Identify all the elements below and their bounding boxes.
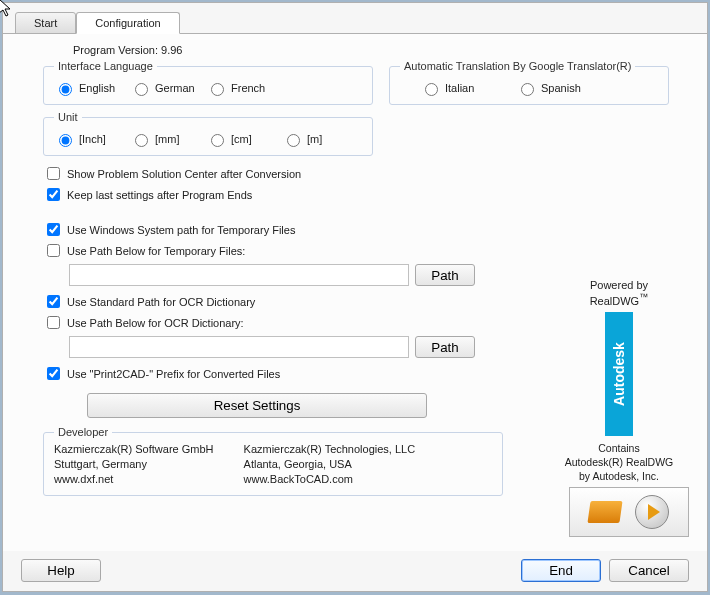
radio-spanish[interactable]: Spanish xyxy=(516,80,586,96)
film-icon xyxy=(589,497,625,527)
legend-developer: Developer xyxy=(54,426,112,438)
reset-settings-button[interactable]: Reset Settings xyxy=(87,393,427,418)
radio-inch[interactable]: [Inch] xyxy=(54,131,124,147)
powered-by-panel: Powered by RealDWG™ Autodesk Contains Au… xyxy=(549,278,689,483)
group-unit: Unit [Inch] [mm] [cm] [m] xyxy=(43,111,373,156)
radio-cm[interactable]: [cm] xyxy=(206,131,276,147)
temp-path-browse-button[interactable]: Path xyxy=(415,264,475,286)
ocr-path-input[interactable] xyxy=(69,336,409,358)
tab-configuration[interactable]: Configuration xyxy=(76,12,179,34)
check-keep-last-settings[interactable]: Keep last settings after Program Ends xyxy=(43,185,687,204)
legend-interface-language: Interface Language xyxy=(54,60,157,72)
radio-italian[interactable]: Italian xyxy=(420,80,510,96)
group-auto-translation: Automatic Translation By Google Translat… xyxy=(389,60,669,105)
developer-col-1: Kazmierczak(R) Software GmbH Stuttgart, … xyxy=(54,442,214,487)
check-show-problem-center[interactable]: Show Problem Solution Center after Conve… xyxy=(43,164,687,183)
check-use-below-temp-path[interactable]: Use Path Below for Temporary Files: xyxy=(43,241,687,260)
tab-start[interactable]: Start xyxy=(15,12,76,34)
radio-english[interactable]: English xyxy=(54,80,124,96)
footer-bar: Help End Cancel xyxy=(3,551,707,590)
program-version-label: Program Version: 9.96 xyxy=(73,44,687,56)
cancel-button[interactable]: Cancel xyxy=(609,559,689,582)
autodesk-badge-icon: Autodesk xyxy=(605,312,633,436)
group-developer: Developer Kazmierczak(R) Software GmbH S… xyxy=(43,426,503,496)
tab-content: Program Version: 9.96 Interface Language… xyxy=(3,33,707,551)
group-interface-language: Interface Language English German French xyxy=(43,60,373,105)
tabstrip: Start Configuration xyxy=(3,3,707,33)
radio-m[interactable]: [m] xyxy=(282,131,352,147)
play-icon xyxy=(635,495,669,529)
ocr-path-browse-button[interactable]: Path xyxy=(415,336,475,358)
radio-french[interactable]: French xyxy=(206,80,276,96)
legend-auto-translation: Automatic Translation By Google Translat… xyxy=(400,60,635,72)
legend-unit: Unit xyxy=(54,111,82,123)
end-button[interactable]: End xyxy=(521,559,601,582)
developer-col-2: Kazmierczak(R) Technologies, LLC Atlanta… xyxy=(244,442,416,487)
radio-mm[interactable]: [mm] xyxy=(130,131,200,147)
media-play-button[interactable] xyxy=(569,487,689,537)
radio-german[interactable]: German xyxy=(130,80,200,96)
temp-path-input[interactable] xyxy=(69,264,409,286)
check-use-windows-temp-path[interactable]: Use Windows System path for Temporary Fi… xyxy=(43,220,687,239)
config-window: Start Configuration Program Version: 9.9… xyxy=(2,2,708,592)
help-button[interactable]: Help xyxy=(21,559,101,582)
